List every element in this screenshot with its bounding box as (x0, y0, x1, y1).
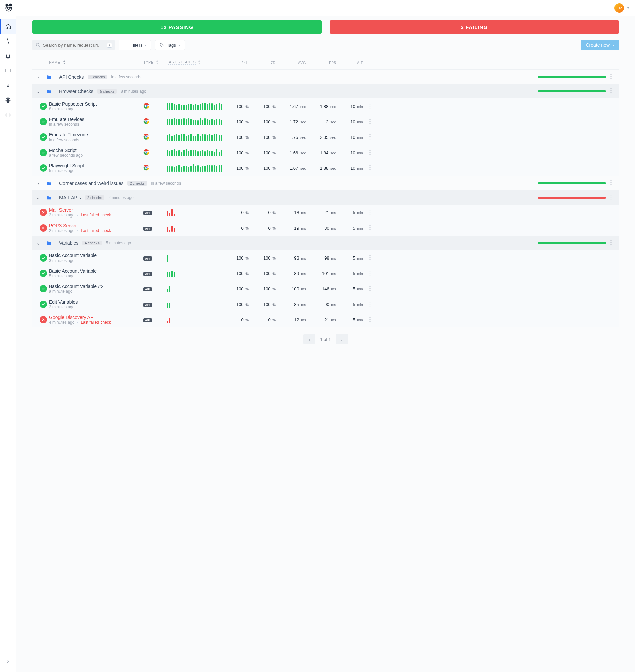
group-corner-cases[interactable]: ›Corner cases and weird issues2 checksin… (32, 176, 619, 190)
page-next[interactable]: › (336, 334, 348, 344)
metric-avg: 13 ms (278, 210, 308, 215)
last-failed-link[interactable]: Last failed check (81, 320, 111, 325)
sparkline (167, 103, 224, 110)
svg-point-53 (370, 212, 371, 213)
col-type[interactable]: TYPE (143, 60, 154, 64)
check-menu[interactable] (365, 165, 375, 171)
metric-p95: 1.88 sec (308, 104, 338, 109)
check-menu[interactable] (365, 255, 375, 261)
svg-point-21 (370, 107, 371, 108)
check-row[interactable]: Mail Server2 minutes agoLast failed chec… (32, 205, 619, 220)
svg-point-33 (370, 138, 371, 139)
nav-alerts[interactable] (0, 48, 16, 63)
metric-avg: 1.67 sec (278, 104, 308, 109)
check-menu[interactable] (365, 150, 375, 156)
group-variables[interactable]: ⌄Variables4 checks5 minutes ago (32, 236, 619, 250)
metric-7d: 100 % (251, 104, 278, 109)
svg-point-66 (370, 274, 371, 275)
svg-point-26 (370, 121, 371, 122)
check-menu[interactable] (365, 270, 375, 277)
metric-avg: 1.67 sec (278, 166, 308, 171)
svg-point-38 (370, 152, 371, 153)
passing-summary[interactable]: 12 PASSING (32, 20, 322, 34)
nav-code[interactable] (0, 108, 16, 122)
check-menu[interactable] (365, 134, 375, 140)
check-menu[interactable] (365, 225, 375, 231)
col-7d[interactable]: 7D (251, 61, 278, 65)
col-p95[interactable]: P95 (329, 61, 336, 65)
search-input[interactable]: / (32, 40, 115, 50)
check-row[interactable]: Emulate Timezonein a few seconds100 %100… (32, 129, 619, 145)
last-failed-link[interactable]: Last failed check (81, 213, 111, 217)
status-pass-icon (40, 254, 47, 262)
group-menu[interactable] (606, 194, 616, 201)
metric-p95: 30 ms (308, 225, 338, 231)
check-menu[interactable] (365, 119, 375, 125)
group-browser-checks[interactable]: ⌄Browser Checks5 checks8 minutes ago (32, 84, 619, 99)
user-menu-caret[interactable]: ▾ (627, 6, 629, 10)
nav-home[interactable] (0, 19, 16, 34)
group-menu[interactable] (606, 73, 616, 80)
check-row[interactable]: Mocha Scripta few seconds ago100 %100 %1… (32, 145, 619, 160)
tags-button[interactable]: Tags▾ (155, 40, 184, 50)
check-menu[interactable] (365, 286, 375, 292)
failing-summary[interactable]: 3 FAILING (330, 20, 619, 34)
nav-maintenance[interactable] (0, 78, 16, 93)
col-dt[interactable]: Δ T (357, 61, 363, 65)
col-name[interactable]: NAME (49, 60, 61, 64)
check-row[interactable]: Basic Account Variable3 minutes agoAPI10… (32, 250, 619, 265)
check-row[interactable]: Emulate Devicesin a few seconds100 %100 … (32, 114, 619, 129)
metric-7d: 100 % (251, 256, 278, 261)
nav-activity[interactable] (0, 34, 16, 48)
sidebar-collapse[interactable] (0, 654, 16, 669)
check-row[interactable]: Basic Account Variable5 minutes agoAPI10… (32, 265, 619, 281)
group-title: Variables (59, 240, 78, 246)
svg-point-51 (611, 199, 612, 200)
check-row[interactable]: Basic Account Variable #2a minute agoAPI… (32, 281, 619, 297)
group-health-bar (538, 242, 606, 244)
group-menu[interactable] (606, 240, 616, 246)
filters-button[interactable]: Filters▾ (119, 40, 151, 50)
page-prev[interactable]: ‹ (303, 334, 315, 344)
sparkline (167, 118, 224, 125)
group-count: 1 checks (88, 74, 107, 79)
svg-point-13 (611, 88, 612, 89)
check-menu[interactable] (365, 301, 375, 308)
svg-point-19 (370, 103, 371, 104)
svg-point-30 (145, 136, 147, 138)
sort-icon[interactable] (63, 60, 66, 65)
check-row[interactable]: POP3 Server2 minutes agoLast failed chec… (32, 220, 619, 236)
group-menu[interactable] (606, 88, 616, 94)
check-name: Google Discovery API (49, 315, 143, 320)
check-menu[interactable] (365, 210, 375, 216)
check-row[interactable]: Basic Puppeteer Script8 minutes ago100 %… (32, 99, 619, 114)
col-24h[interactable]: 24H (224, 61, 251, 65)
metric-dt: 5 min (338, 271, 365, 276)
api-badge: API (143, 226, 152, 231)
col-avg[interactable]: AVG (298, 61, 306, 65)
check-row[interactable]: Edit Variables2 minutes agoAPI100 %100 %… (32, 297, 619, 312)
col-last-results[interactable]: LAST RESULTS (167, 60, 196, 65)
svg-point-46 (611, 180, 612, 181)
avatar[interactable]: TR (614, 3, 624, 13)
svg-point-27 (370, 123, 371, 124)
group-api-checks[interactable]: ›API Checks1 checksin a few seconds (32, 70, 619, 84)
metric-avg: 89 ms (278, 271, 308, 276)
nav-status[interactable] (0, 63, 16, 78)
metric-7d: 0 % (251, 210, 278, 215)
group-mail-apis[interactable]: ⌄MAIL APIs2 checks2 minutes ago (32, 190, 619, 205)
check-row[interactable]: Playwright Script5 minutes ago100 %100 %… (32, 160, 619, 176)
nav-network[interactable] (0, 93, 16, 108)
app-logo[interactable] (4, 3, 14, 13)
check-menu[interactable] (365, 317, 375, 323)
check-menu[interactable] (365, 103, 375, 110)
svg-point-58 (611, 240, 612, 241)
check-row[interactable]: Google Discovery API4 minutes agoLast fa… (32, 312, 619, 327)
last-failed-link[interactable]: Last failed check (81, 228, 111, 233)
group-menu[interactable] (606, 180, 616, 186)
sparkline (167, 316, 224, 323)
api-badge: API (143, 318, 152, 322)
create-new-button[interactable]: Create new▾ (581, 40, 619, 50)
svg-point-63 (370, 259, 371, 260)
chrome-icon (143, 165, 167, 172)
